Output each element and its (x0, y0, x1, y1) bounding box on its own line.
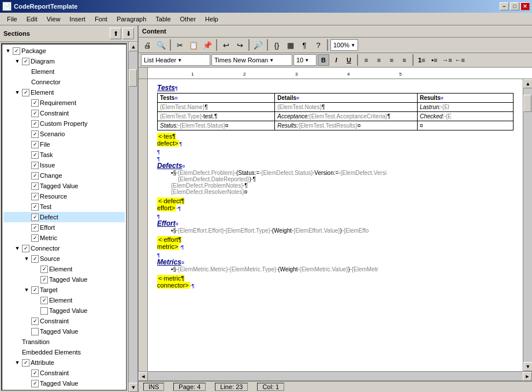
tree-item-taggedvalue-s[interactable]: ✓ Tagged Value (3, 274, 125, 285)
tree-item-connector[interactable]: ▼ ✓ Connector (3, 243, 125, 253)
checkbox-scenario[interactable]: ✓ (31, 130, 39, 138)
expander-constraint[interactable] (22, 109, 31, 118)
tree-item-requirement[interactable]: ✓ Requirement (3, 98, 125, 108)
checkbox-source[interactable]: ✓ (31, 255, 39, 263)
checkbox-taggedvalue-c[interactable] (31, 328, 39, 335)
checkbox-element[interactable]: ✓ (22, 89, 29, 96)
expander-element[interactable]: ▼ (13, 88, 22, 97)
checkbox-metric[interactable]: ✓ (31, 234, 39, 242)
tree-item-taggedvalue-t[interactable]: Tagged Value (3, 305, 125, 316)
expander-transition[interactable] (13, 337, 22, 346)
tree-item-taggedvalue-a[interactable]: ✓ Tagged Value (3, 378, 125, 389)
expander-test[interactable] (22, 202, 31, 211)
tree-item-embedded[interactable]: Embedded Elements (3, 347, 125, 357)
expander-taggedvalue-t[interactable] (31, 306, 40, 315)
align-right-btn[interactable]: ≡ (386, 54, 397, 66)
tree-scroll-down[interactable]: ▼ (129, 383, 137, 392)
expander-defect[interactable] (22, 212, 31, 222)
expander-element-d[interactable] (22, 67, 31, 76)
checkbox-taggedvalue-t[interactable] (40, 307, 48, 315)
checkbox-diagram[interactable]: ✓ (22, 58, 29, 65)
table-btn[interactable]: ▦ (284, 39, 297, 51)
undo-btn[interactable]: ↩ (220, 39, 232, 51)
checkbox-attribute[interactable]: ✓ (22, 359, 29, 367)
expander-effort[interactable] (22, 223, 31, 232)
cut-btn[interactable]: ✂ (173, 39, 186, 51)
expander-embedded[interactable] (13, 348, 22, 357)
expander-customprop[interactable] (22, 119, 31, 128)
expander-constraint-a[interactable] (22, 368, 31, 378)
menu-view[interactable]: View (42, 14, 65, 24)
expander-taggedvalue-a[interactable] (22, 379, 31, 388)
checkbox-change[interactable]: ✓ (31, 172, 39, 180)
expander-package[interactable]: ▼ (3, 46, 13, 55)
tree-item-diagram[interactable]: ▼ ✓ Diagram (3, 56, 125, 66)
align-center-btn[interactable]: ≡ (373, 54, 385, 66)
editor-area[interactable]: Tests¶ Tests¤ Details¤ Results¤ (148, 79, 523, 371)
content-scroll-down[interactable]: ▼ (523, 362, 532, 371)
tree-item-task[interactable]: ✓ Task (3, 150, 125, 160)
size-dropdown[interactable]: 10 ▼ (293, 54, 317, 66)
expander-issue[interactable] (22, 160, 31, 170)
tree-item-element-s[interactable]: ✓ Element (3, 264, 125, 274)
tree-item-defect[interactable]: ✓ Defect (3, 212, 125, 222)
list-ul-btn[interactable]: •≡ (429, 54, 440, 66)
close-button[interactable]: ✕ (520, 2, 530, 10)
checkbox-constraint[interactable]: ✓ (31, 110, 39, 117)
checkbox-method[interactable]: ✓ (22, 390, 29, 391)
tree-item-issue[interactable]: ✓ Issue (3, 160, 125, 170)
menu-file[interactable]: File (2, 14, 22, 24)
checkbox-file[interactable]: ✓ (31, 141, 39, 148)
tree-item-effort[interactable]: ✓ Effort (3, 222, 125, 233)
preview-btn[interactable]: 🔍 (155, 39, 168, 51)
menu-edit[interactable]: Edit (22, 14, 42, 24)
expander-target[interactable]: ▼ (22, 285, 31, 294)
tree-item-taggedvalue[interactable]: ✓ Tagged Value (3, 181, 125, 191)
print-btn[interactable]: 🖨 (141, 39, 154, 51)
tree-item-element-t[interactable]: ✓ Element (3, 295, 125, 305)
content-vscrollbar[interactable]: ▲ ▼ (523, 79, 532, 371)
menu-table[interactable]: Table (151, 14, 175, 24)
hscroll-right[interactable]: ► (523, 372, 532, 381)
checkbox-task[interactable]: ✓ (31, 151, 39, 159)
menu-help[interactable]: Help (200, 14, 223, 24)
bold-btn[interactable]: B (318, 54, 329, 66)
tree-item-constraint-c[interactable]: ✓ Constraint (3, 316, 125, 326)
checkbox-package[interactable]: ✓ (13, 47, 20, 55)
tree-item-resource[interactable]: ✓ Resource (3, 191, 125, 201)
checkbox-constraint-a[interactable]: ✓ (31, 369, 39, 377)
list-ol-btn[interactable]: 1≡ (416, 54, 427, 66)
expander-element-s[interactable] (31, 264, 40, 274)
sections-icon-btn-2[interactable]: ⬇ (122, 28, 134, 39)
maximize-button[interactable]: □ (510, 2, 519, 10)
expander-taggedvalue-c[interactable] (22, 327, 31, 336)
checkbox-effort[interactable]: ✓ (31, 224, 39, 232)
zoom-dropdown[interactable]: 100% ▼ (330, 39, 358, 51)
checkbox-element-s[interactable]: ✓ (40, 266, 48, 273)
format-btn-t[interactable]: ¶ (298, 39, 311, 51)
checkbox-issue[interactable]: ✓ (31, 162, 39, 169)
tree-item-metric[interactable]: ✓ Metric (3, 233, 125, 243)
expander-file[interactable] (22, 140, 31, 149)
checkbox-defect[interactable]: ✓ (31, 214, 39, 221)
expander-change[interactable] (22, 171, 31, 180)
menu-paragraph[interactable]: Paragraph (112, 14, 151, 24)
tree-item-connector-d[interactable]: Connector (3, 77, 125, 87)
expander-diagram[interactable]: ▼ (13, 57, 22, 66)
checkbox-element-t[interactable]: ✓ (40, 297, 48, 304)
checkbox-customprop[interactable]: ✓ (31, 120, 39, 128)
italic-btn[interactable]: I (330, 54, 342, 66)
sections-tree[interactable]: ▼ ✓ Package ▼ ✓ Diagram Element (1, 43, 127, 391)
outdent-btn[interactable]: ←≡ (454, 54, 466, 66)
tree-item-constraint[interactable]: ✓ Constraint (3, 108, 125, 118)
checkbox-requirement[interactable]: ✓ (31, 99, 39, 107)
style-dropdown[interactable]: List Header ▼ (141, 54, 210, 66)
expander-resource[interactable] (22, 192, 31, 201)
tree-item-scenario[interactable]: ✓ Scenario (3, 129, 125, 139)
redo-btn[interactable]: ↪ (233, 39, 246, 51)
field-btn[interactable]: {} (270, 39, 283, 51)
checkbox-taggedvalue-s[interactable]: ✓ (40, 276, 48, 283)
expander-metric[interactable] (22, 233, 31, 242)
copy-btn[interactable]: 📋 (187, 39, 200, 51)
tree-item-method[interactable]: ▼ ✓ Method (3, 389, 125, 391)
